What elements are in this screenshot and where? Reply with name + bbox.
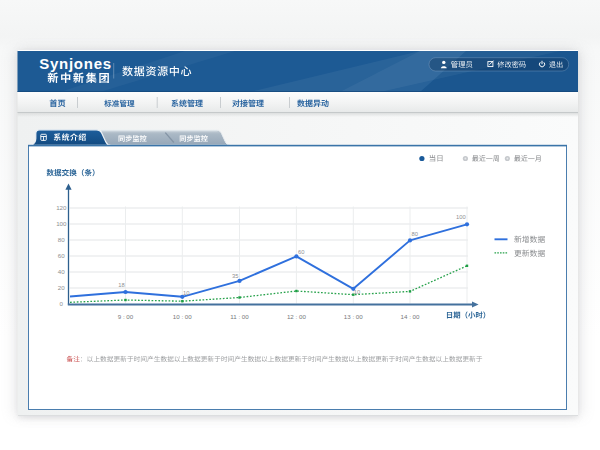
svg-text:20: 20 — [58, 284, 65, 291]
svg-text:18: 18 — [118, 282, 124, 288]
svg-text:Synjones: Synjones — [39, 55, 112, 72]
svg-text:10: 10 — [354, 289, 360, 295]
svg-text:100: 100 — [56, 220, 67, 227]
svg-text:40: 40 — [58, 268, 65, 275]
svg-text:9 : 00: 9 : 00 — [118, 313, 134, 320]
svg-text:35: 35 — [232, 273, 238, 279]
svg-text:13 : 00: 13 : 00 — [344, 313, 363, 320]
svg-text:0: 0 — [60, 300, 64, 307]
svg-text:80: 80 — [411, 231, 417, 237]
svg-text:120: 120 — [56, 204, 67, 211]
svg-text:11 : 00: 11 : 00 — [230, 313, 249, 320]
svg-text:60: 60 — [58, 252, 65, 259]
svg-text:100: 100 — [456, 214, 466, 220]
svg-text:10 : 00: 10 : 00 — [173, 313, 192, 320]
svg-text:80: 80 — [58, 236, 65, 243]
svg-text:12 : 00: 12 : 00 — [287, 313, 306, 320]
svg-text:60: 60 — [298, 249, 304, 255]
svg-text:14 : 00: 14 : 00 — [401, 313, 420, 320]
svg-text:10: 10 — [183, 290, 189, 296]
